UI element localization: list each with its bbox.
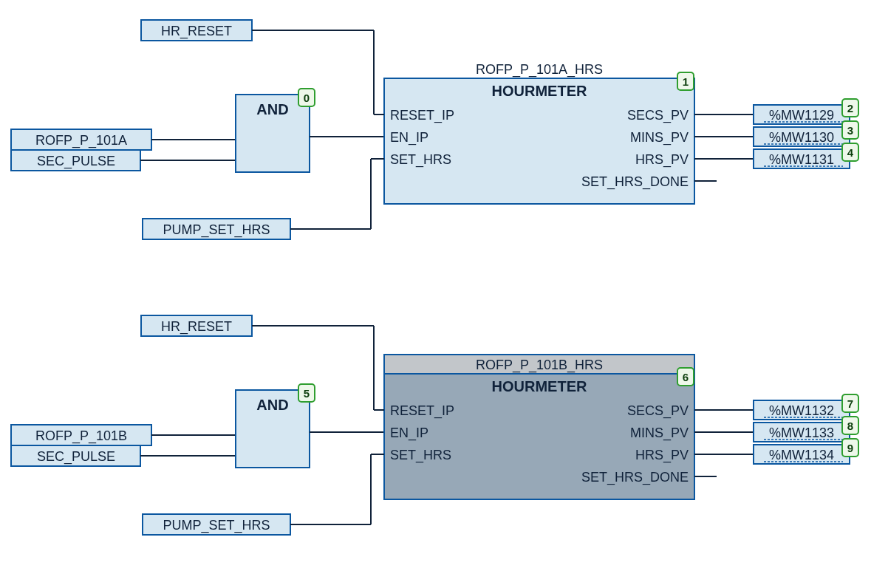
- svg-text:%MW1134: %MW1134: [769, 448, 834, 462]
- block-instance-label: ROFP_P_101A_HRS: [476, 62, 603, 78]
- pump-set-hrs-tag-1[interactable]: PUMP_SET_HRS: [143, 219, 290, 239]
- svg-text:HR_RESET: HR_RESET: [161, 319, 232, 335]
- svg-text:PUMP_SET_HRS: PUMP_SET_HRS: [163, 518, 270, 533]
- svg-text:SECS_PV: SECS_PV: [627, 403, 689, 419]
- hr-reset-tag-1[interactable]: HR_RESET: [141, 20, 252, 41]
- input-rofp-p-101b[interactable]: ROFP_P_101B: [11, 425, 151, 445]
- output-mw1134[interactable]: %MW1134 9: [754, 439, 858, 464]
- hr-reset-tag-2[interactable]: HR_RESET: [141, 315, 252, 336]
- svg-text:SEC_PULSE: SEC_PULSE: [37, 154, 115, 169]
- output-mw1132[interactable]: %MW1132 7: [754, 394, 858, 420]
- and-block-1[interactable]: AND 0: [236, 89, 315, 172]
- svg-text:RESET_IP: RESET_IP: [390, 403, 454, 419]
- svg-text:8: 8: [847, 420, 853, 432]
- svg-text:ROFP_P_101B: ROFP_P_101B: [35, 428, 127, 444]
- pump-set-hrs-tag-2[interactable]: PUMP_SET_HRS: [143, 514, 290, 535]
- block-type-label: HOURMETER: [492, 378, 587, 394]
- output-mw1130[interactable]: %MW1130 3: [754, 121, 858, 146]
- input-sec-pulse-2[interactable]: SEC_PULSE: [11, 445, 140, 466]
- svg-text:SET_HRS: SET_HRS: [390, 152, 451, 168]
- svg-text:SEC_PULSE: SEC_PULSE: [37, 449, 115, 465]
- svg-text:%MW1133: %MW1133: [769, 425, 834, 440]
- svg-text:MINS_PV: MINS_PV: [630, 130, 689, 146]
- input-sec-pulse-1[interactable]: SEC_PULSE: [11, 150, 140, 171]
- svg-text:5: 5: [304, 387, 310, 400]
- output-mw1133[interactable]: %MW1133 8: [754, 417, 858, 442]
- block-type-label: HOURMETER: [492, 83, 587, 99]
- svg-text:7: 7: [847, 397, 853, 410]
- svg-text:PUMP_SET_HRS: PUMP_SET_HRS: [163, 222, 270, 238]
- hr-reset-label: HR_RESET: [161, 24, 232, 39]
- svg-text:3: 3: [847, 124, 853, 137]
- svg-text:HRS_PV: HRS_PV: [635, 448, 689, 463]
- hourmeter-block-2[interactable]: ROFP_P_101B_HRS HOURMETER 6 RESET_IP EN_…: [384, 355, 694, 499]
- svg-text:HRS_PV: HRS_PV: [635, 152, 689, 168]
- svg-text:EN_IP: EN_IP: [390, 130, 428, 146]
- svg-text:1: 1: [683, 75, 689, 88]
- block-instance-label: ROFP_P_101B_HRS: [476, 358, 603, 373]
- svg-text:%MW1131: %MW1131: [769, 152, 834, 167]
- svg-text:SECS_PV: SECS_PV: [627, 108, 689, 123]
- svg-text:AND: AND: [256, 397, 288, 413]
- svg-text:9: 9: [847, 442, 853, 454]
- svg-text:2: 2: [847, 102, 853, 114]
- svg-text:0: 0: [304, 92, 310, 104]
- svg-text:MINS_PV: MINS_PV: [630, 425, 689, 441]
- svg-text:RESET_IP: RESET_IP: [390, 108, 454, 123]
- fbd-diagram: HR_RESET ROFP_P_101A SEC_PULSE AND 0 ROF…: [0, 0, 888, 588]
- svg-text:AND: AND: [256, 101, 288, 117]
- hourmeter-block-1[interactable]: ROFP_P_101A_HRS HOURMETER 1 RESET_IP EN_…: [384, 62, 694, 204]
- svg-text:SET_HRS_DONE: SET_HRS_DONE: [581, 174, 689, 190]
- output-mw1129[interactable]: %MW1129 2: [754, 99, 858, 124]
- svg-text:%MW1129: %MW1129: [769, 108, 834, 123]
- svg-text:%MW1130: %MW1130: [769, 130, 834, 145]
- output-mw1131[interactable]: %MW1131 4: [754, 143, 858, 168]
- and-block-2[interactable]: AND 5: [236, 384, 315, 468]
- svg-text:6: 6: [683, 371, 689, 383]
- svg-text:ROFP_P_101A: ROFP_P_101A: [35, 133, 127, 148]
- input-rofp-p-101a[interactable]: ROFP_P_101A: [11, 129, 151, 150]
- svg-text:EN_IP: EN_IP: [390, 425, 428, 441]
- svg-text:%MW1132: %MW1132: [769, 403, 834, 418]
- svg-text:4: 4: [847, 146, 854, 159]
- svg-text:SET_HRS_DONE: SET_HRS_DONE: [581, 470, 689, 485]
- svg-text:SET_HRS: SET_HRS: [390, 448, 451, 463]
